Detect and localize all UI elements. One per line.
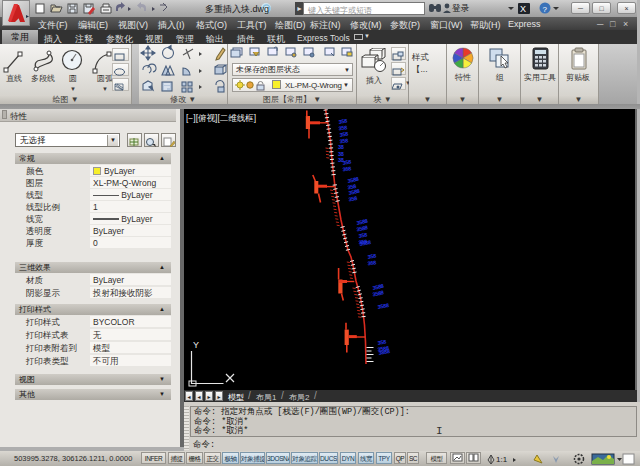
svg-text:38: 38: [338, 144, 344, 150]
svg-text:38: 38: [338, 151, 344, 157]
svg-text:?: ?: [543, 5, 548, 14]
svg-text:3588: 3588: [377, 302, 389, 310]
svg-text:3888: 3888: [378, 348, 390, 356]
svg-text:登录: 登录: [452, 3, 470, 13]
svg-text:3588: 3588: [359, 239, 371, 247]
svg-text:368: 368: [367, 259, 376, 266]
svg-text:358: 358: [348, 195, 358, 203]
svg-text:Y: Y: [193, 340, 199, 350]
svg-text:X: X: [520, 4, 526, 14]
svg-text:1:1: 1:1: [496, 455, 508, 464]
svg-text:368: 368: [342, 165, 351, 172]
svg-text:3588: 3588: [356, 224, 368, 232]
svg-text:3588: 3588: [372, 289, 384, 297]
